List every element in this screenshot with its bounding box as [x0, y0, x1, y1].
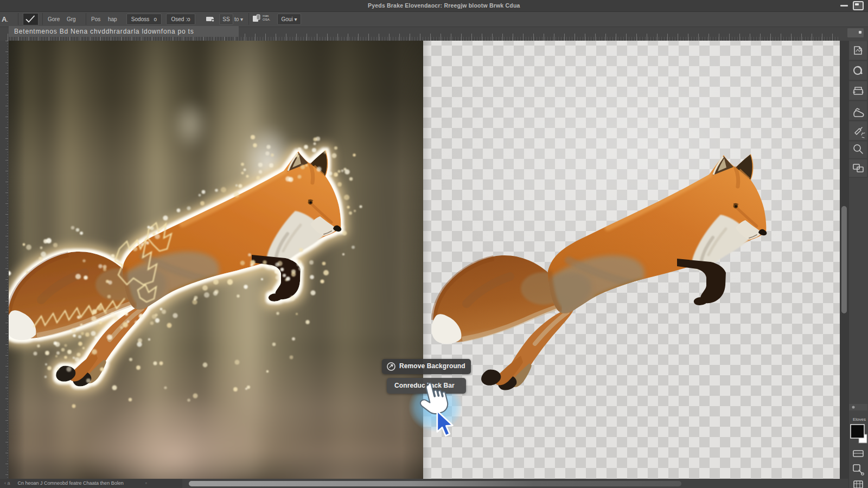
svg-text:Eloves: Eloves	[853, 417, 866, 422]
